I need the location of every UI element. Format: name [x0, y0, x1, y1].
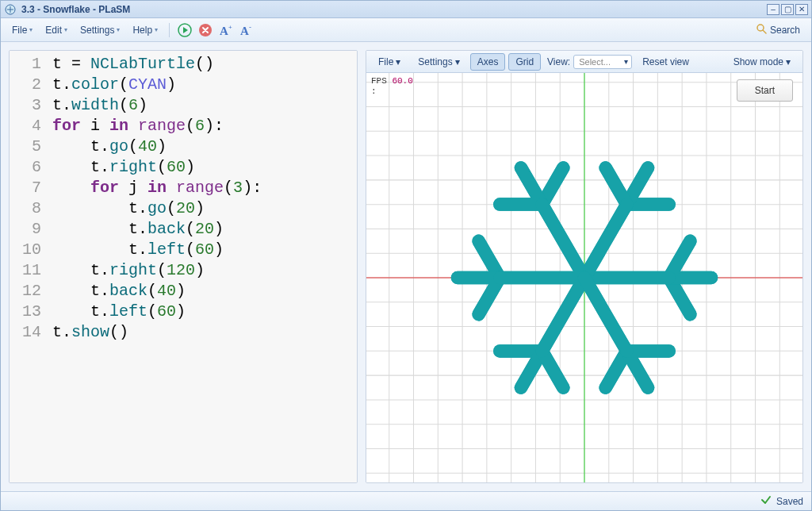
menu-label: File: [378, 56, 393, 67]
app-icon: [4, 3, 17, 16]
svg-line-60: [584, 205, 626, 278]
menu-label: File: [12, 25, 27, 36]
svg-text:A: A: [240, 25, 249, 37]
menu-label: Settings: [418, 56, 452, 67]
file-menu[interactable]: File▾: [7, 21, 37, 39]
close-button[interactable]: ✕: [795, 4, 808, 15]
font-increase-button[interactable]: A+: [217, 21, 235, 39]
menu-label: Edit: [45, 25, 62, 36]
view-select[interactable]: Select...: [573, 55, 632, 69]
saved-label: Saved: [776, 496, 803, 507]
chevron-down-icon: ▾: [396, 56, 400, 67]
line-number-gutter: 1 2 3 4 5 6 7 8 9 10 11 12 13 14: [10, 54, 48, 479]
chevron-down-icon: ▾: [786, 56, 791, 67]
stop-button[interactable]: [197, 21, 214, 39]
chevron-down-icon: ▾: [155, 26, 158, 33]
viewport-settings-menu[interactable]: Settings▾: [411, 53, 466, 71]
view-label: View:: [547, 56, 570, 67]
grid-toggle[interactable]: Grid: [508, 53, 541, 71]
menu-label: Help: [132, 25, 152, 36]
axes-toggle[interactable]: Axes: [470, 53, 506, 71]
window-title: 3.3 - Snowflake - PLaSM: [21, 4, 767, 15]
minimize-button[interactable]: –: [767, 4, 779, 15]
viewport-pane: File▾ Settings▾ Axes Grid View: Select..…: [366, 50, 803, 483]
code-editor[interactable]: 1 2 3 4 5 6 7 8 9 10 11 12 13 14 t = NCL…: [10, 51, 357, 482]
search-label: Search: [770, 25, 800, 36]
code-content[interactable]: t = NCLabTurtle() t.color(CYAN) t.width(…: [48, 54, 262, 479]
svg-line-92: [584, 278, 626, 351]
help-menu[interactable]: Help▾: [128, 21, 163, 39]
viewport-svg: [366, 73, 802, 482]
fps-value: 60.0: [392, 76, 412, 86]
chevron-down-icon: ▾: [117, 26, 120, 33]
statusbar: Saved: [1, 491, 811, 510]
select-placeholder: Select...: [579, 57, 611, 67]
fps-label: FPS: [371, 76, 387, 86]
show-mode-menu[interactable]: Show mode▾: [726, 53, 798, 71]
toolbar-separator: [169, 23, 170, 37]
reset-view-button[interactable]: Reset view: [635, 53, 696, 71]
menu-label: Settings: [80, 25, 114, 36]
saved-icon: [760, 494, 772, 508]
chevron-down-icon: ▾: [64, 26, 67, 33]
maximize-button[interactable]: ▢: [781, 4, 794, 15]
viewport-file-menu[interactable]: File▾: [371, 53, 408, 71]
window-controls: – ▢ ✕: [767, 4, 808, 15]
start-button[interactable]: Start: [737, 79, 793, 102]
toggle-label: Grid: [515, 56, 534, 67]
svg-line-68: [542, 205, 584, 278]
run-button[interactable]: [176, 21, 193, 39]
viewport-toolbar: File▾ Settings▾ Axes Grid View: Select..…: [366, 51, 802, 73]
svg-text:+: +: [228, 24, 232, 31]
main-menubar: File▾ Edit▾ Settings▾ Help▾ A+ A- Search: [1, 18, 811, 42]
search-button[interactable]: Search: [751, 21, 805, 38]
titlebar: 3.3 - Snowflake - PLaSM – ▢ ✕: [1, 1, 811, 18]
svg-line-84: [542, 278, 584, 351]
viewport-canvas[interactable]: FPS 60.0 : Start: [366, 73, 802, 482]
menu-label: Show mode: [733, 56, 783, 67]
editor-pane: 1 2 3 4 5 6 7 8 9 10 11 12 13 14 t = NCL…: [9, 50, 358, 483]
fps-extra: :: [371, 86, 377, 96]
settings-menu[interactable]: Settings▾: [75, 21, 124, 39]
chevron-down-icon: ▾: [455, 56, 460, 67]
fps-counter: FPS 60.0 :: [371, 76, 413, 97]
svg-text:-: -: [249, 23, 251, 31]
button-label: Reset view: [642, 56, 689, 67]
toggle-label: Axes: [477, 56, 499, 67]
font-decrease-button[interactable]: A-: [238, 21, 255, 39]
svg-text:A: A: [220, 25, 228, 37]
edit-menu[interactable]: Edit▾: [40, 21, 72, 39]
search-icon: [756, 23, 767, 36]
main-area: 1 2 3 4 5 6 7 8 9 10 11 12 13 14 t = NCL…: [1, 42, 811, 491]
chevron-down-icon: ▾: [29, 26, 33, 33]
